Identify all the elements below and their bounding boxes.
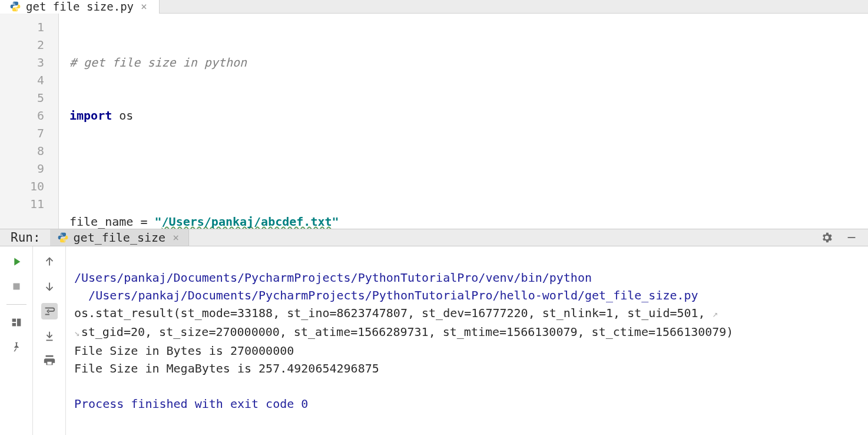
line-number: 2 xyxy=(0,36,44,54)
run-console-toolbar xyxy=(33,246,66,435)
run-toolwindow-body: /Users/pankaj/Documents/PycharmProjects/… xyxy=(0,246,868,435)
code-editor[interactable]: 1 2 3 4 5 6 7 8 9 10 11 # get file size … xyxy=(0,14,868,229)
minimize-icon[interactable] xyxy=(843,229,860,246)
line-number: 6 xyxy=(0,107,44,124)
svg-rect-4 xyxy=(16,319,20,327)
close-icon[interactable]: × xyxy=(170,231,181,244)
console-line: File Size in MegaBytes is 257.4920654296… xyxy=(74,361,379,375)
line-number: 9 xyxy=(0,160,44,177)
line-number: 1 xyxy=(0,18,44,36)
run-config-tab[interactable]: get_file_size × xyxy=(50,229,189,246)
python-file-icon xyxy=(9,1,21,12)
pin-icon[interactable] xyxy=(8,339,25,355)
run-title: Run: xyxy=(0,229,50,246)
down-arrow-icon[interactable] xyxy=(41,278,58,295)
console-line: st_gid=20, st_size=270000000, st_atime=1… xyxy=(81,325,734,339)
console-exit-line: Process finished with exit code 0 xyxy=(74,397,308,411)
line-number: 10 xyxy=(0,177,44,195)
file-tab-label: get_file_size.py xyxy=(26,0,134,13)
code-string-path: /Users/pankaj/abcdef.txt xyxy=(162,215,332,229)
soft-wrap-icon[interactable] xyxy=(41,303,58,319)
rerun-icon[interactable] xyxy=(8,253,25,270)
run-config-label: get_file_size xyxy=(74,230,166,245)
close-icon[interactable]: × xyxy=(138,0,150,13)
code-comment: # get file size in python xyxy=(69,55,247,70)
layout-icon[interactable] xyxy=(8,314,25,331)
file-tab-get-file-size[interactable]: get_file_size.py × xyxy=(0,0,160,13)
line-number: 8 xyxy=(0,142,44,160)
editor-tabs-bar: get_file_size.py × xyxy=(0,0,868,14)
code-area[interactable]: # get file size in python import os file… xyxy=(59,14,868,229)
run-toolwindow-header: Run: get_file_size × xyxy=(0,229,868,246)
scroll-to-end-icon[interactable] xyxy=(41,328,58,344)
line-number: 7 xyxy=(0,124,44,142)
python-run-icon xyxy=(57,232,69,243)
stop-icon[interactable] xyxy=(8,278,25,295)
print-icon[interactable] xyxy=(41,352,58,369)
console-command-line: /Users/pankaj/Documents/PycharmProjects/… xyxy=(74,271,698,302)
soft-wrap-glyph: ↘ xyxy=(74,327,80,338)
console-line: os.stat_result(st_mode=33188, st_ino=862… xyxy=(74,306,713,320)
line-number: 5 xyxy=(0,89,44,107)
code-string: " xyxy=(332,215,339,229)
line-number: 11 xyxy=(0,195,44,213)
svg-rect-2 xyxy=(12,319,15,322)
up-arrow-icon[interactable] xyxy=(41,253,58,270)
code-text: file_name = xyxy=(69,215,155,229)
code-string: " xyxy=(155,215,162,229)
line-number: 4 xyxy=(0,71,44,89)
svg-rect-3 xyxy=(12,323,15,327)
run-header-actions xyxy=(819,229,868,246)
svg-rect-1 xyxy=(13,284,19,290)
console-output[interactable]: /Users/pankaj/Documents/PycharmProjects/… xyxy=(66,246,868,435)
line-number-gutter: 1 2 3 4 5 6 7 8 9 10 11 xyxy=(0,14,59,229)
gear-icon[interactable] xyxy=(819,229,835,246)
soft-wrap-glyph: ↗ xyxy=(713,308,718,319)
run-left-toolbar xyxy=(0,246,33,435)
console-line: File Size in Bytes is 270000000 xyxy=(74,344,294,358)
code-text: os xyxy=(112,108,133,123)
line-number: 3 xyxy=(0,54,44,71)
code-keyword: import xyxy=(69,108,112,123)
